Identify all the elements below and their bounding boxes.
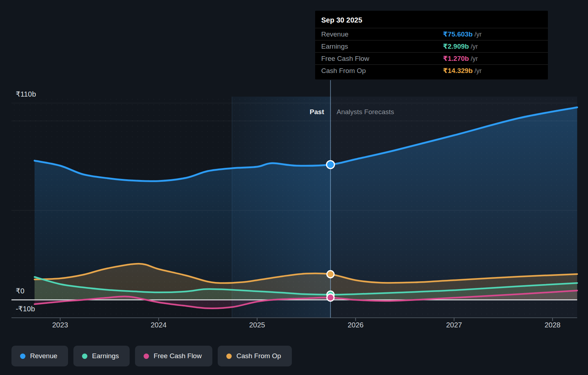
tooltip-row-unit: /yr <box>473 31 482 38</box>
legend-item-free_cash_flow[interactable]: Free Cash Flow <box>135 346 212 366</box>
tooltip-row-value: ₹14.329b /yr <box>443 65 482 77</box>
tooltip-row-label: Revenue <box>321 30 348 38</box>
x-axis-label: 2024 <box>151 321 167 329</box>
past-label: Past <box>310 103 324 121</box>
tooltip-row-label: Earnings <box>321 43 348 50</box>
tooltip-row-unit: /yr <box>469 43 478 50</box>
x-axis-label: 2027 <box>446 321 462 329</box>
tooltip-row: Free Cash Flow₹1.270b /yr <box>315 52 548 64</box>
forecast-chart-page: Past Analysts Forecasts ₹110b₹0-₹10b 202… <box>0 0 588 375</box>
revenue-legend-dot-icon <box>20 354 25 359</box>
tooltip-row-value: ₹1.270b /yr <box>443 53 478 65</box>
legend-item-label: Cash From Op <box>236 352 281 360</box>
x-axis-label: 2023 <box>52 321 68 329</box>
tooltip-row-unit: /yr <box>469 55 478 62</box>
y-axis-label: -₹10b <box>16 305 35 313</box>
tooltip-row-label: Cash From Op <box>321 67 366 74</box>
free_cash_flow-legend-dot-icon <box>144 354 149 359</box>
cash_from_op-marker[interactable] <box>327 271 334 278</box>
legend: RevenueEarningsFree Cash FlowCash From O… <box>11 346 292 366</box>
earnings-legend-dot-icon <box>82 354 87 359</box>
tooltip-row-value: ₹75.603b /yr <box>443 28 482 40</box>
y-axis-label: ₹0 <box>16 287 24 295</box>
x-axis-label: 2026 <box>348 321 364 329</box>
tooltip-row: Revenue₹75.603b /yr <box>315 28 548 40</box>
phase-header-band: Past Analysts Forecasts <box>0 103 588 121</box>
cash_from_op-legend-dot-icon <box>226 354 232 359</box>
legend-item-label: Free Cash Flow <box>154 352 202 360</box>
x-axis-label: 2028 <box>545 321 561 329</box>
tooltip-row: Earnings₹2.909b /yr <box>315 40 548 52</box>
legend-item-revenue[interactable]: Revenue <box>11 346 68 366</box>
legend-item-earnings[interactable]: Earnings <box>73 346 130 366</box>
tooltip-row: Cash From Op₹14.329b /yr <box>315 64 548 77</box>
tooltip-row-unit: /yr <box>473 67 482 74</box>
analysts-forecasts-label: Analysts Forecasts <box>337 103 394 121</box>
free_cash_flow-marker[interactable] <box>327 294 334 301</box>
tooltip-row-value: ₹2.909b /yr <box>443 40 478 53</box>
y-axis-label: ₹110b <box>16 90 36 98</box>
tooltip-row-label: Free Cash Flow <box>321 55 369 62</box>
x-axis-label: 2025 <box>249 321 265 329</box>
data-tooltip: Sep 30 2025 Revenue₹75.603b /yrEarnings₹… <box>315 11 548 79</box>
legend-item-label: Revenue <box>30 352 57 360</box>
legend-item-label: Earnings <box>92 352 119 360</box>
tooltip-date: Sep 30 2025 <box>315 11 548 28</box>
legend-item-cash_from_op[interactable]: Cash From Op <box>218 346 292 366</box>
revenue-marker[interactable] <box>327 161 334 169</box>
